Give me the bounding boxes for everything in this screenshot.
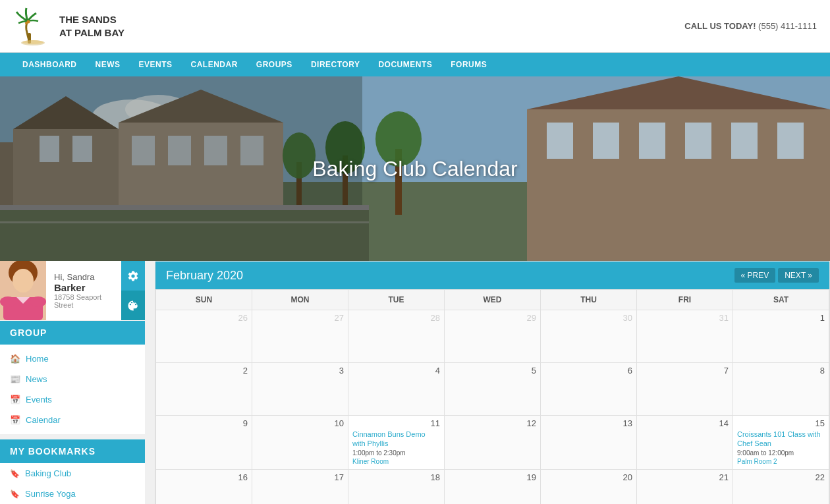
day-number: 2 xyxy=(160,366,248,376)
site-name: THE SANDS AT PALM BAY xyxy=(59,13,124,39)
avatar xyxy=(0,261,46,320)
bookmarks-section: MY BOOKMARKS 🔖 Baking Club 🔖 Sunrise Yog… xyxy=(0,439,145,504)
table-row: 16 xyxy=(156,469,252,504)
day-number: 10 xyxy=(256,418,344,428)
col-mon: MON xyxy=(252,290,348,310)
group-menu: 🏠 Home 📰 News 📅 Events 📅 Calendar xyxy=(0,345,145,434)
col-thu: THU xyxy=(541,290,637,310)
col-sat: SAT xyxy=(733,290,829,310)
event-time: 9:00am to 12:00pm xyxy=(737,449,825,457)
table-row: 4 xyxy=(348,363,445,416)
paint-button[interactable] xyxy=(121,291,145,320)
table-row: 2 xyxy=(156,363,252,416)
table-row: 15Croissants 101 Class with Chef Sean9:0… xyxy=(733,416,829,470)
col-wed: WED xyxy=(445,290,541,310)
bookmark-label-1: Baking Club xyxy=(25,468,71,478)
main-layout: Hi, Sandra Barker 18758 Seaport Street xyxy=(0,175,830,504)
nav-forums[interactable]: FORUMS xyxy=(441,53,496,76)
logo-area: THE SANDS AT PALM BAY xyxy=(13,7,124,46)
site-header: THE SANDS AT PALM BAY CALL US TODAY! (55… xyxy=(0,0,830,53)
table-row: 14 xyxy=(637,416,733,470)
event-time: 1:00pm to 2:30pm xyxy=(352,449,440,457)
day-number: 7 xyxy=(641,366,729,376)
table-row: 22 xyxy=(733,469,829,504)
group-menu-home-label: Home xyxy=(26,354,49,364)
day-number: 30 xyxy=(545,313,632,323)
nav-groups[interactable]: GROUPS xyxy=(247,53,302,76)
events-icon: 📅 xyxy=(10,395,20,405)
nav-events[interactable]: EVENTS xyxy=(130,53,182,76)
day-number: 19 xyxy=(449,472,536,482)
svg-rect-24 xyxy=(593,123,619,159)
svg-rect-25 xyxy=(639,123,665,159)
profile-address: 18758 Seaport Street xyxy=(54,293,113,309)
svg-rect-28 xyxy=(777,123,804,159)
bookmark-sunrise-yoga[interactable]: 🔖 Sunrise Yoga xyxy=(0,484,145,504)
day-number: 26 xyxy=(160,313,248,323)
calendar-navigation: « PREV NEXT » xyxy=(734,268,819,283)
settings-button[interactable] xyxy=(121,261,145,291)
table-row: 26 xyxy=(156,310,252,363)
table-row: 1 xyxy=(733,310,829,363)
day-number: 22 xyxy=(737,472,825,482)
table-row: 27 xyxy=(252,310,348,363)
list-item[interactable]: Croissants 101 Class with Chef Sean9:00a… xyxy=(737,430,825,466)
nav-documents[interactable]: DOCUMENTS xyxy=(369,53,441,76)
table-row: 19 xyxy=(445,469,541,504)
group-menu-news[interactable]: 📰 News xyxy=(0,369,145,389)
day-number: 5 xyxy=(449,366,536,376)
table-row: 17 xyxy=(252,469,348,504)
day-number: 21 xyxy=(641,472,729,482)
group-section: GROUP 🏠 Home 📰 News 📅 Events 📅 Calendar xyxy=(0,321,145,434)
svg-rect-27 xyxy=(731,123,758,159)
day-number: 11 xyxy=(352,418,440,428)
nav-calendar[interactable]: CALENDAR xyxy=(182,53,247,76)
main-navbar: DASHBOARD NEWS EVENTS CALENDAR GROUPS DI… xyxy=(0,53,830,76)
day-number: 8 xyxy=(737,366,825,376)
day-number: 9 xyxy=(160,418,248,428)
calendar-menu-icon: 📅 xyxy=(10,415,20,425)
day-number: 13 xyxy=(545,418,632,428)
bookmark-label-2: Sunrise Yoga xyxy=(25,489,76,499)
table-row: 5 xyxy=(445,363,541,416)
bookmark-icon-1: 🔖 xyxy=(10,469,20,478)
svg-rect-23 xyxy=(547,123,573,159)
day-number: 16 xyxy=(160,472,248,482)
group-menu-calendar[interactable]: 📅 Calendar xyxy=(0,410,145,430)
day-number: 3 xyxy=(256,366,344,376)
table-row: 18 xyxy=(348,469,445,504)
list-item[interactable]: Cinnamon Buns Demo with Phyllis1:00pm to… xyxy=(352,430,440,466)
prev-button[interactable]: « PREV xyxy=(734,268,776,283)
group-menu-events-label: Events xyxy=(26,395,52,405)
profile-actions xyxy=(121,261,145,320)
calendar-grid: SUN MON TUE WED THU FRI SAT 262728293031… xyxy=(155,289,829,504)
svg-point-46 xyxy=(30,296,46,307)
profile-greeting: Hi, Sandra xyxy=(54,272,113,282)
calendar-month-title: February 2020 xyxy=(166,269,243,283)
profile-card: Hi, Sandra Barker 18758 Seaport Street xyxy=(0,261,145,320)
group-menu-home[interactable]: 🏠 Home xyxy=(0,349,145,369)
event-location: Palm Room 2 xyxy=(737,457,825,466)
home-icon: 🏠 xyxy=(10,354,20,364)
day-number: 20 xyxy=(545,472,632,482)
group-menu-events[interactable]: 📅 Events xyxy=(0,389,145,410)
table-row: 21 xyxy=(637,469,733,504)
bookmark-baking-club[interactable]: 🔖 Baking Club xyxy=(0,463,145,484)
sidebar: Hi, Sandra Barker 18758 Seaport Street xyxy=(0,175,145,504)
day-number: 12 xyxy=(449,418,536,428)
next-button[interactable]: NEXT » xyxy=(778,268,819,283)
nav-dashboard[interactable]: DASHBOARD xyxy=(13,53,86,76)
group-menu-news-label: News xyxy=(26,374,47,384)
nav-directory[interactable]: DIRECTORY xyxy=(302,53,370,76)
group-header: GROUP xyxy=(0,321,145,345)
nav-news[interactable]: NEWS xyxy=(86,53,130,76)
bookmarks-header: MY BOOKMARKS xyxy=(0,439,145,463)
table-row: 11Cinnamon Buns Demo with Phyllis1:00pm … xyxy=(348,416,445,470)
calendar-area: February 2020 « PREV NEXT » SUN MON TUE … xyxy=(145,261,830,504)
table-row: 30 xyxy=(541,310,637,363)
svg-point-4 xyxy=(22,40,43,44)
profile-info: Hi, Sandra Barker 18758 Seaport Street xyxy=(46,261,121,320)
col-fri: FRI xyxy=(637,290,733,310)
col-tue: TUE xyxy=(348,290,445,310)
table-row: 8 xyxy=(733,363,829,416)
